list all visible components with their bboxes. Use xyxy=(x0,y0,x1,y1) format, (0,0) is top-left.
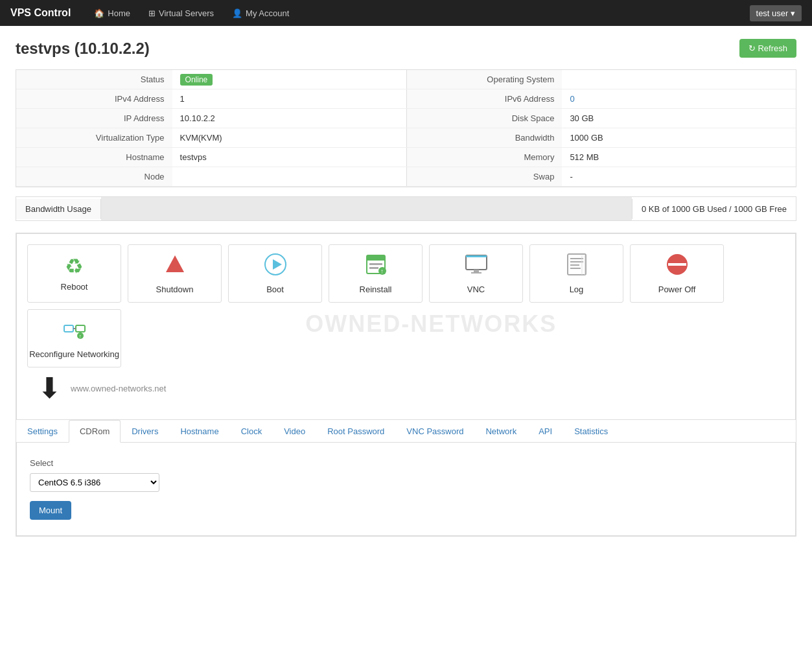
tab-api[interactable]: API xyxy=(528,420,563,443)
reboot-icon: ♻ xyxy=(65,256,84,277)
nav-brand: VPS Control xyxy=(10,7,71,19)
svg-rect-10 xyxy=(466,255,487,257)
tab-network[interactable]: Network xyxy=(474,420,528,443)
arrow-url: www.owned-networks.net xyxy=(71,384,166,393)
table-row: Hostname testvps xyxy=(16,148,406,167)
table-row: Disk Space 30 GB xyxy=(406,109,796,128)
poweroff-icon xyxy=(666,253,689,279)
tab-video[interactable]: Video xyxy=(273,420,316,443)
user-dropdown-button[interactable]: test user ▾ xyxy=(750,5,802,21)
vnc-button[interactable]: VNC xyxy=(429,244,523,303)
svg-rect-11 xyxy=(474,270,479,272)
nav-virtual-servers[interactable]: ⊞ Virtual Servers xyxy=(141,3,222,23)
table-row: IPv4 Address 1 xyxy=(16,89,406,109)
tab-content-cdrom: Select CentOS 6.5 i386 Mount xyxy=(16,443,796,536)
status-badge: Online xyxy=(180,74,213,86)
table-row: Status Online xyxy=(16,70,406,89)
arrow-section: ⬇ www.owned-networks.net xyxy=(27,367,785,409)
reconfigure-networking-button[interactable]: ↑ Reconfigure Networking xyxy=(27,309,121,367)
svg-text:↑: ↑ xyxy=(380,268,384,275)
bandwidth-bar xyxy=(101,197,632,220)
bandwidth-text: 0 KB of 1000 GB Used / 1000 GB Free xyxy=(632,199,796,219)
log-icon xyxy=(565,253,588,279)
svg-rect-14 xyxy=(570,258,583,259)
reinstall-icon: ↑ xyxy=(364,253,388,279)
log-button[interactable]: Log xyxy=(529,244,623,303)
actions-grid: ♻ Reboot Shutdown Boot xyxy=(27,244,785,367)
svg-rect-5 xyxy=(369,263,382,265)
svg-rect-22 xyxy=(64,325,73,332)
nav-home[interactable]: 🏠 Home xyxy=(86,3,138,23)
info-table-left: Status Online IPv4 Address 1 IP Address … xyxy=(16,70,406,187)
shutdown-icon xyxy=(163,253,187,279)
nav-my-account[interactable]: 👤 My Account xyxy=(224,3,297,23)
mount-button[interactable]: Mount xyxy=(30,501,71,520)
boot-button[interactable]: Boot xyxy=(228,244,322,303)
svg-rect-6 xyxy=(369,267,378,269)
info-table-right: Operating System IPv6 Address 0 Disk Spa… xyxy=(406,70,796,187)
tab-hostname[interactable]: Hostname xyxy=(169,420,229,443)
home-icon: 🏠 xyxy=(94,8,104,18)
refresh-button[interactable]: ↻ Refresh xyxy=(739,39,796,58)
svg-rect-23 xyxy=(76,325,85,332)
select-row: CentOS 6.5 i386 xyxy=(30,473,782,492)
tab-drivers[interactable]: Drivers xyxy=(121,420,169,443)
boot-icon xyxy=(264,253,287,279)
table-row: Bandwidth 1000 GB xyxy=(406,128,796,148)
main-content: testvps (10.10.2.2) ↻ Refresh Status Onl… xyxy=(0,26,812,663)
table-row: IPv6 Address 0 xyxy=(406,89,796,109)
ipv6-link[interactable]: 0 xyxy=(570,94,574,104)
table-row: Memory 512 MB xyxy=(406,148,796,167)
table-row: Swap - xyxy=(406,167,796,187)
reconfigure-networking-icon: ↑ xyxy=(63,318,86,344)
svg-rect-4 xyxy=(367,255,385,261)
svg-text:↑: ↑ xyxy=(78,333,82,340)
reinstall-button[interactable]: ↑ Reinstall xyxy=(329,244,423,303)
table-row: Operating System xyxy=(406,70,796,89)
svg-rect-9 xyxy=(466,255,487,270)
page-header: testvps (10.10.2.2) ↻ Refresh xyxy=(16,39,796,58)
bandwidth-row: Bandwidth Usage 0 KB of 1000 GB Used / 1… xyxy=(16,196,796,221)
poweroff-button[interactable]: Power Off xyxy=(630,244,724,303)
svg-rect-16 xyxy=(570,264,579,266)
user-menu: test user ▾ xyxy=(750,5,802,21)
tabs-bar: Settings CDRom Drivers Hostname Clock Vi… xyxy=(16,420,796,443)
svg-rect-15 xyxy=(570,261,583,262)
actions-tabs-panel: OWNED-NETWORKS ♻ Reboot Shutdown Bo xyxy=(16,233,796,537)
grid-icon: ⊞ xyxy=(148,8,156,18)
user-icon: 👤 xyxy=(232,8,242,18)
down-arrow-icon: ⬇ xyxy=(38,374,62,402)
info-section: Status Online IPv4 Address 1 IP Address … xyxy=(16,69,796,187)
table-row: IP Address 10.10.2.2 xyxy=(16,109,406,128)
tab-root-password[interactable]: Root Password xyxy=(316,420,395,443)
table-row: Node xyxy=(16,167,406,187)
svg-marker-0 xyxy=(166,255,184,272)
vnc-icon xyxy=(465,253,488,279)
tab-cdrom[interactable]: CDRom xyxy=(69,420,121,443)
select-label: Select xyxy=(30,458,782,468)
reboot-button[interactable]: ♻ Reboot xyxy=(27,244,121,303)
table-row: Virtualization Type KVM(KVM) xyxy=(16,128,406,148)
cdrom-select[interactable]: CentOS 6.5 i386 xyxy=(30,473,159,492)
page-title: testvps (10.10.2.2) xyxy=(16,40,150,58)
tab-vnc-password[interactable]: VNC Password xyxy=(395,420,474,443)
navbar: VPS Control 🏠 Home ⊞ Virtual Servers 👤 M… xyxy=(0,0,812,26)
svg-rect-17 xyxy=(570,268,581,269)
tab-statistics[interactable]: Statistics xyxy=(563,420,619,443)
actions-panel: OWNED-NETWORKS ♻ Reboot Shutdown Bo xyxy=(16,233,796,420)
tab-clock[interactable]: Clock xyxy=(230,420,273,443)
tab-settings[interactable]: Settings xyxy=(16,420,69,443)
svg-marker-2 xyxy=(273,259,282,270)
nav-links: 🏠 Home ⊞ Virtual Servers 👤 My Account xyxy=(86,3,297,23)
shutdown-button[interactable]: Shutdown xyxy=(128,244,222,303)
bandwidth-label: Bandwidth Usage xyxy=(16,199,101,219)
svg-rect-12 xyxy=(471,272,481,273)
